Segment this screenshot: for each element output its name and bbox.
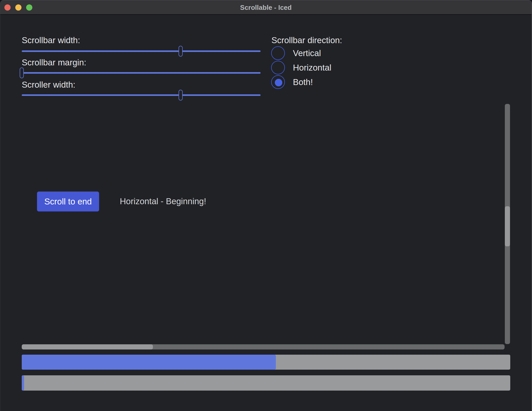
scrollbar-margin-label: Scrollbar margin: (22, 57, 86, 68)
scrollbar-direction-label: Scrollbar direction: (271, 35, 342, 45)
slider-handle[interactable] (179, 90, 183, 101)
progress-fill (22, 355, 276, 370)
scroller-width-slider[interactable] (22, 89, 261, 101)
horizontal-progress-bar (22, 355, 510, 370)
radio-label: Horizontal (293, 63, 331, 73)
scroll-status-text: Horizontal - Beginning! (120, 196, 206, 207)
vertical-scrollbar-track[interactable] (505, 104, 510, 344)
slider-track[interactable] (22, 50, 261, 52)
scroll-to-end-button[interactable]: Scroll to end (37, 192, 99, 211)
radio-label: Both! (293, 77, 313, 87)
horizontal-scrollbar-track[interactable] (22, 344, 505, 349)
scrollbar-width-label: Scrollbar width: (22, 35, 80, 45)
progress-fill (22, 375, 24, 391)
vertical-progress-bar (22, 375, 510, 391)
slider-track[interactable] (22, 94, 261, 96)
slider-handle[interactable] (20, 67, 24, 78)
slider-handle[interactable] (179, 46, 183, 57)
radio-circle[interactable] (271, 46, 285, 60)
radio-label: Vertical (293, 48, 321, 58)
titlebar: Scrollable - Iced (0, 0, 531, 15)
radio-circle[interactable] (271, 61, 285, 74)
scrollbar-margin-slider[interactable] (22, 67, 261, 79)
vertical-scrollbar-thumb[interactable] (505, 206, 510, 246)
horizontal-scrollbar-thumb[interactable] (22, 344, 153, 349)
radio-circle[interactable] (271, 75, 285, 89)
scrollbar-width-slider[interactable] (22, 45, 261, 57)
scroller-width-label: Scroller width: (22, 80, 75, 90)
radio-selected-dot (275, 79, 282, 86)
window-title: Scrollable - Iced (0, 4, 531, 11)
slider-track[interactable] (22, 72, 261, 74)
app-window: Scrollable - Iced Scrollbar width: Scrol… (0, 0, 532, 411)
